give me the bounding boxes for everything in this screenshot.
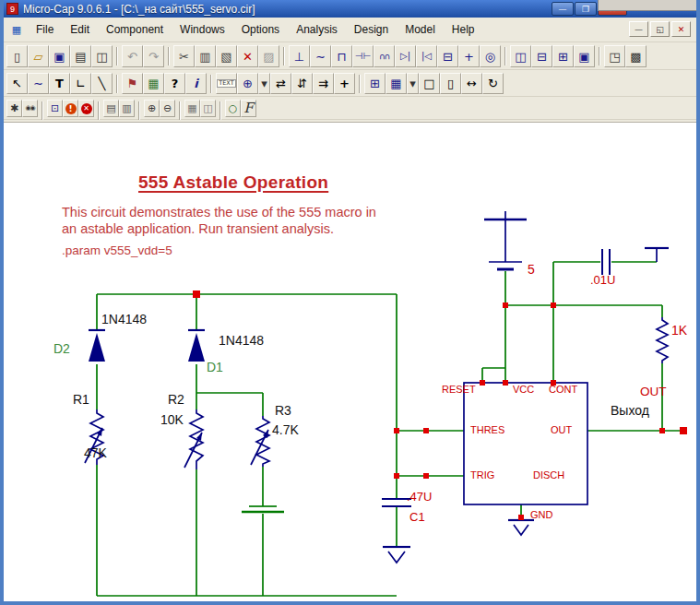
menu-help[interactable]: Help	[444, 19, 483, 40]
tile-vertical-icon[interactable]: ◫	[510, 45, 531, 67]
label-r2-value: 10K	[160, 412, 184, 427]
web-icon[interactable]: ○	[225, 100, 241, 117]
select-rect-icon[interactable]: ▨	[258, 45, 279, 67]
label-r1-value: 47K	[84, 445, 107, 460]
paste-icon[interactable]: ▧	[216, 45, 237, 67]
text-mode-icon[interactable]: T	[49, 73, 70, 94]
probe-icon[interactable]: ◎	[480, 45, 501, 67]
cascade-icon[interactable]: ⊞	[552, 45, 574, 67]
help-mode-icon[interactable]: ?	[164, 73, 185, 94]
capacitor-icon[interactable]: ⊣⊢	[352, 45, 374, 67]
toolbar-modes: ↖ ∼ T ∟ ╲ ⚑ ▦ ? i TEXT ⊕ ▾ ⇄ ⇵ ⇉ +	[4, 70, 696, 97]
box-tool-icon[interactable]: □	[419, 73, 440, 94]
to-front-icon[interactable]: ▤	[103, 100, 119, 117]
zoom-in-icon[interactable]: ⊕	[144, 100, 160, 117]
print-icon[interactable]: ▤	[70, 45, 91, 67]
pin-label-gnd: GND	[530, 509, 552, 520]
rotate-icon[interactable]: ↻	[482, 73, 504, 94]
cut-icon[interactable]: ✂	[173, 45, 195, 67]
menu-items: File Edit Component Windows Options Anal…	[28, 19, 483, 40]
label-r2: R2	[168, 392, 184, 407]
maximize-windows-icon[interactable]: ▣	[574, 45, 595, 67]
find-icon[interactable]: ◉◉	[22, 100, 38, 117]
toolbar-main: ▯ ▱ ▣ ▤ ◫ ↶ ↷ ✂ ▥ ▧ ✕ ▨ ⊥ ∼ ⊓ ⊣⊢	[4, 42, 696, 70]
info-mode-icon[interactable]: i	[185, 73, 207, 94]
pin-label-disch: DISCH	[533, 469, 564, 480]
menu-analysis[interactable]: Analysis	[288, 19, 346, 40]
diode-left-icon[interactable]: |◁	[416, 45, 437, 67]
menu-component[interactable]: Component	[98, 19, 172, 40]
page-grid-icon[interactable]: ▩	[625, 45, 647, 67]
label-r3-value: 4.7K	[272, 422, 299, 437]
schematic-canvas[interactable]: 555 Astable Operation This circuit demon…	[4, 122, 696, 601]
stretch-icon[interactable]: ↔	[461, 73, 482, 94]
flag-icon[interactable]: ⚑	[122, 73, 143, 94]
delete-icon[interactable]: ✕	[237, 45, 258, 67]
application-window: 9 Micro-Cap 9.0.6.1 - [C:\_на сайт\555_s…	[0, 0, 700, 605]
picture-icon[interactable]: ▦	[143, 73, 164, 94]
mdi-window-controls: — ◱ ✕	[629, 21, 691, 37]
open-folder-icon[interactable]: ▱	[28, 45, 49, 67]
function-icon[interactable]: F	[241, 100, 256, 117]
tile-horizontal-icon[interactable]: ⊟	[531, 45, 552, 67]
menu-windows[interactable]: Windows	[172, 19, 233, 40]
label-rpull-value: 1K	[671, 323, 687, 338]
copy-icon[interactable]: ▥	[195, 45, 216, 67]
thumbnail-icon[interactable]: ▦	[184, 100, 200, 117]
crosshair-icon[interactable]: +	[334, 73, 355, 94]
split-view-icon[interactable]: ◫	[200, 100, 216, 117]
node-numbers-icon[interactable]: ⊕	[237, 73, 258, 94]
maximize-button[interactable]: ❐	[575, 2, 597, 16]
menu-options[interactable]: Options	[233, 19, 288, 40]
inductor-icon[interactable]: ∩∩	[374, 45, 395, 67]
stop-icon[interactable]: ✕	[78, 100, 94, 117]
swap-horizontal-icon[interactable]: ⇄	[270, 73, 291, 94]
battery-icon[interactable]: ⊟	[437, 45, 458, 67]
dropdown-arrow-icon[interactable]: ▾	[258, 73, 270, 94]
new-file-icon[interactable]: ▯	[6, 45, 28, 67]
menu-file[interactable]: File	[28, 19, 62, 40]
swap-vertical-icon[interactable]: ⇵	[291, 73, 313, 94]
waveform-mode-icon[interactable]: ∼	[28, 73, 49, 94]
mdi-close-button[interactable]: ✕	[671, 21, 691, 37]
grid-options-icon[interactable]: ▦	[386, 73, 407, 94]
to-back-icon[interactable]: ▥	[119, 100, 135, 117]
attribute-icon[interactable]: ✱	[6, 100, 22, 117]
diagonal-wire-icon[interactable]: ╲	[91, 73, 113, 94]
mdi-minimize-button[interactable]: —	[629, 21, 648, 37]
menu-edit[interactable]: Edit	[62, 19, 98, 40]
zoom-out-icon[interactable]: ⊖	[160, 100, 175, 117]
info-icon[interactable]: !	[63, 100, 78, 117]
label-out-name: Выход	[611, 403, 649, 418]
menu-model[interactable]: Model	[397, 19, 444, 40]
text-badge-icon[interactable]: TEXT	[216, 73, 237, 94]
mdi-restore-button[interactable]: ◱	[650, 21, 670, 37]
label-out-net: OUT	[640, 385, 667, 398]
select-mode-icon[interactable]: ↖	[6, 73, 28, 94]
window-select-icon[interactable]: ⊡	[47, 100, 63, 117]
minimize-button[interactable]: —	[552, 2, 574, 16]
redo-icon[interactable]: ↷	[143, 45, 164, 67]
page-tool-icon[interactable]: ▯	[440, 73, 461, 94]
param-text: .param v555_vdd=5	[62, 243, 172, 257]
sine-source-icon[interactable]: ∼	[310, 45, 331, 67]
undo-icon[interactable]: ↶	[122, 45, 143, 67]
ground-icon[interactable]: ⊥	[289, 45, 310, 67]
page-front-icon[interactable]: ◳	[604, 45, 625, 67]
connector-icon[interactable]: +	[458, 45, 480, 67]
wire-mode-icon[interactable]: ∟	[70, 73, 91, 94]
step-icon[interactable]: ⇉	[313, 73, 334, 94]
app-icon: 9	[6, 3, 18, 15]
title-bar[interactable]: 9 Micro-Cap 9.0.6.1 - [C:\_на сайт\555_s…	[4, 0, 696, 18]
menu-design[interactable]: Design	[346, 19, 397, 40]
pulse-source-icon[interactable]: ⊓	[331, 45, 352, 67]
label-d1-model: 1N4148	[219, 333, 264, 348]
dropdown-arrow2-icon[interactable]: ▾	[407, 73, 419, 94]
diode-right-icon[interactable]: ▷|	[395, 45, 416, 67]
pin-label-trig: TRIG	[470, 469, 494, 480]
toolbar-view: ✱ ◉◉ ⊡ ! ✕ ▤ ▥ ⊕ ⊖ ▦ ◫ ○ F	[4, 97, 696, 120]
save-icon[interactable]: ▣	[49, 45, 70, 67]
grid-icon[interactable]: ⊞	[364, 73, 386, 94]
print-preview-icon[interactable]: ◫	[91, 45, 113, 67]
timer-555-box	[464, 383, 587, 504]
